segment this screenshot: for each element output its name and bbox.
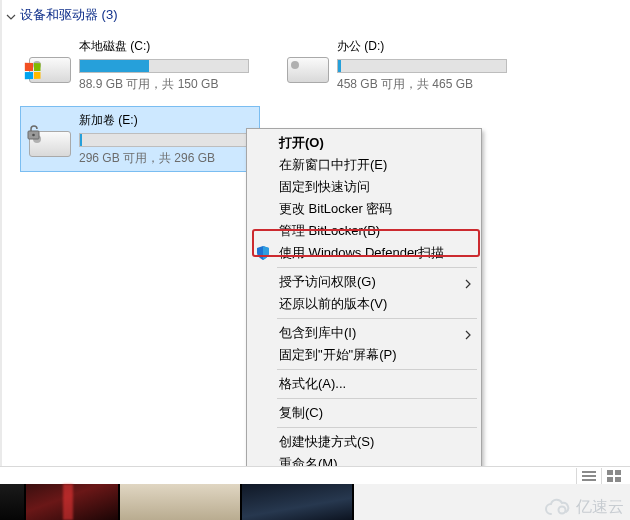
- taskbar-thumb: [120, 484, 242, 520]
- view-large-icons-button[interactable]: [601, 468, 626, 484]
- capacity-bar: [79, 59, 249, 73]
- ctx-separator: [277, 427, 477, 428]
- ctx-separator: [277, 398, 477, 399]
- window-left-edge: [0, 0, 2, 484]
- capacity-fill: [80, 60, 149, 72]
- section-title: 设备和驱动器 (3): [20, 6, 118, 24]
- ctx-grant-access[interactable]: 授予访问权限(G): [249, 271, 479, 293]
- ctx-pin-quick-access[interactable]: 固定到快速访问: [249, 176, 479, 198]
- taskbar-thumb: [26, 484, 120, 520]
- svg-rect-4: [582, 479, 596, 481]
- ctx-pin-to-start[interactable]: 固定到"开始"屏幕(P): [249, 344, 479, 366]
- svg-point-9: [559, 506, 566, 513]
- capacity-bar: [79, 133, 249, 147]
- ctx-defender-scan[interactable]: 使用 Windows Defender扫描...: [249, 242, 479, 264]
- svg-point-1: [32, 134, 35, 137]
- ctx-include-in-library[interactable]: 包含到库中(I): [249, 322, 479, 344]
- windows-flag-icon: [25, 63, 41, 80]
- watermark: 亿速云: [542, 497, 624, 518]
- ctx-open-new-window[interactable]: 在新窗口中打开(E): [249, 154, 479, 176]
- chevron-right-icon: [465, 328, 471, 338]
- taskbar-thumb: [0, 484, 26, 520]
- capacity-bar: [337, 59, 507, 73]
- drive-label: 本地磁盘 (C:): [79, 38, 253, 55]
- drive-freespace: 296 GB 可用，共 296 GB: [79, 150, 253, 167]
- ctx-format[interactable]: 格式化(A)...: [249, 373, 479, 395]
- svg-rect-7: [607, 477, 613, 482]
- svg-rect-2: [582, 471, 596, 473]
- watermark-text: 亿速云: [576, 497, 624, 518]
- ctx-separator: [277, 318, 477, 319]
- drive-freespace: 458 GB 可用，共 465 GB: [337, 76, 511, 93]
- ctx-change-bitlocker-password[interactable]: 更改 BitLocker 密码: [249, 198, 479, 220]
- drive-d[interactable]: 办公 (D:) 458 GB 可用，共 465 GB: [278, 32, 518, 98]
- ctx-manage-bitlocker[interactable]: 管理 BitLocker(B): [249, 220, 479, 242]
- lock-open-icon: [25, 123, 43, 141]
- svg-rect-8: [615, 477, 621, 482]
- drive-icon-e: [27, 117, 71, 161]
- taskbar-strip: [0, 484, 630, 520]
- context-menu: 打开(O) 在新窗口中打开(E) 固定到快速访问 更改 BitLocker 密码…: [246, 128, 482, 508]
- taskbar-thumb: [242, 484, 354, 520]
- drive-label: 新加卷 (E:): [79, 112, 253, 129]
- chevron-down-icon: [6, 10, 16, 20]
- cloud-icon: [542, 498, 572, 518]
- ctx-separator: [277, 267, 477, 268]
- ctx-create-shortcut[interactable]: 创建快捷方式(S): [249, 431, 479, 453]
- ctx-separator: [277, 369, 477, 370]
- capacity-fill: [338, 60, 341, 72]
- drive-freespace: 88.9 GB 可用，共 150 GB: [79, 76, 253, 93]
- status-bar: [0, 466, 630, 484]
- svg-rect-3: [582, 475, 596, 477]
- ctx-open[interactable]: 打开(O): [249, 132, 479, 154]
- drive-c[interactable]: 本地磁盘 (C:) 88.9 GB 可用，共 150 GB: [20, 32, 260, 98]
- ctx-restore-previous[interactable]: 还原以前的版本(V): [249, 293, 479, 315]
- svg-rect-6: [615, 470, 621, 475]
- ctx-copy[interactable]: 复制(C): [249, 402, 479, 424]
- drive-icon-c: [27, 43, 71, 87]
- svg-rect-5: [607, 470, 613, 475]
- shield-icon: [255, 245, 271, 261]
- drive-label: 办公 (D:): [337, 38, 511, 55]
- view-details-button[interactable]: [576, 468, 601, 484]
- capacity-fill: [80, 134, 82, 146]
- drive-icon-d: [285, 43, 329, 87]
- chevron-right-icon: [465, 277, 471, 287]
- section-header[interactable]: 设备和驱动器 (3): [0, 0, 630, 26]
- drive-e[interactable]: 新加卷 (E:) 296 GB 可用，共 296 GB: [20, 106, 260, 172]
